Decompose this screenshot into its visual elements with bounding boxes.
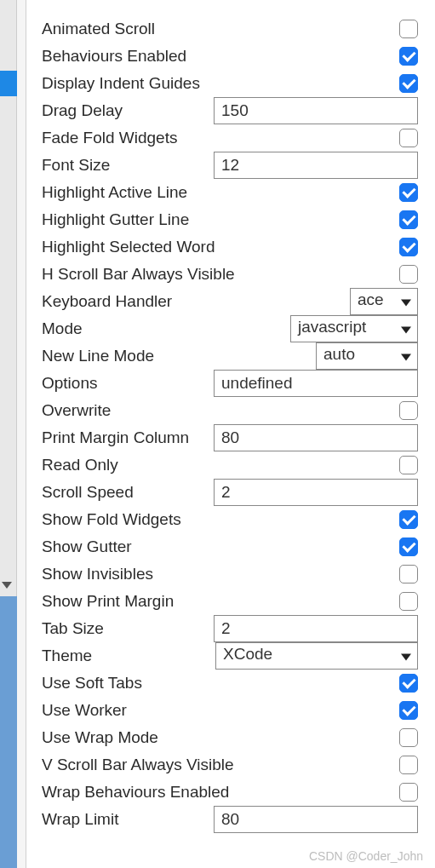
new-line-mode-select[interactable]: auto [316,342,418,370]
setting-row-show-print-margin: Show Print Margin [42,588,418,615]
setting-row-v-scroll-bar-always-visible: V Scroll Bar Always Visible [42,751,418,779]
read-only-checkbox[interactable] [399,456,418,474]
setting-row-use-wrap-mode: Use Wrap Mode [42,724,418,751]
wrap-behaviours-enabled-label: Wrap Behaviours Enabled [42,783,229,802]
setting-row-highlight-gutter-line: Highlight Gutter Line [42,206,418,233]
behaviours-enabled-checkbox[interactable] [399,47,418,66]
setting-row-fade-fold-widgets: Fade Fold Widgets [42,124,418,152]
setting-row-show-fold-widgets: Show Fold Widgets [42,506,418,533]
setting-row-tab-size: Tab Size [42,615,418,642]
setting-row-show-gutter: Show Gutter [42,533,418,560]
gutter-highlight [0,596,17,868]
chevron-down-icon[interactable] [2,582,12,589]
mode-label: Mode [42,319,83,338]
wrap-limit-label: Wrap Limit [42,810,118,829]
drag-delay-label: Drag Delay [42,101,123,120]
highlight-active-line-label: Highlight Active Line [42,183,187,202]
setting-row-theme: ThemeXCode [42,642,418,670]
setting-row-wrap-behaviours-enabled: Wrap Behaviours Enabled [42,779,418,806]
mode-select[interactable]: javascript [290,315,418,342]
highlight-active-line-checkbox[interactable] [399,183,418,202]
setting-row-use-soft-tabs: Use Soft Tabs [42,670,418,697]
use-worker-label: Use Worker [42,701,127,720]
setting-row-use-worker: Use Worker [42,697,418,724]
setting-row-new-line-mode: New Line Modeauto [42,342,418,370]
use-wrap-mode-checkbox[interactable] [399,728,418,747]
use-wrap-mode-label: Use Wrap Mode [42,728,158,747]
setting-row-behaviours-enabled: Behaviours Enabled [42,43,418,70]
setting-row-scroll-speed: Scroll Speed [42,479,418,506]
v-scroll-bar-always-visible-label: V Scroll Bar Always Visible [42,756,234,774]
new-line-mode-label: New Line Mode [42,347,154,365]
behaviours-enabled-label: Behaviours Enabled [42,47,186,66]
display-indent-guides-checkbox[interactable] [399,74,418,93]
font-size-label: Font Size [42,156,110,175]
scroll-speed-label: Scroll Speed [42,483,134,502]
animated-scroll-checkbox[interactable] [399,20,418,38]
theme-label: Theme [42,647,92,665]
highlight-gutter-line-checkbox[interactable] [399,210,418,229]
setting-row-overwrite: Overwrite [42,397,418,424]
options-label: Options [42,374,97,393]
setting-row-font-size: Font Size [42,152,418,179]
print-margin-column-label: Print Margin Column [42,428,189,447]
show-print-margin-label: Show Print Margin [42,592,174,611]
v-scroll-bar-always-visible-checkbox[interactable] [399,756,418,774]
show-gutter-label: Show Gutter [42,537,132,556]
setting-row-mode: Modejavascript [42,315,418,342]
use-soft-tabs-checkbox[interactable] [399,674,418,693]
fade-fold-widgets-label: Fade Fold Widgets [42,129,177,147]
show-fold-widgets-checkbox[interactable] [399,510,418,529]
mode-select-wrap: javascript [290,315,418,342]
overwrite-label: Overwrite [42,401,111,420]
setting-row-highlight-active-line: Highlight Active Line [42,179,418,206]
setting-row-keyboard-handler: Keyboard Handlerace [42,288,418,315]
theme-select-wrap: XCode [215,642,418,670]
tab-size-label: Tab Size [42,619,104,638]
keyboard-handler-label: Keyboard Handler [42,292,172,311]
watermark: CSDN @Coder_John [309,849,423,863]
display-indent-guides-label: Display Indent Guides [42,74,200,93]
animated-scroll-label: Animated Scroll [42,20,155,38]
font-size-input[interactable] [214,152,418,179]
show-gutter-checkbox[interactable] [399,537,418,556]
gutter-marker [0,71,17,96]
print-margin-column-input[interactable] [214,424,418,451]
settings-panel: Animated ScrollBehaviours EnabledDisplay… [26,0,435,868]
theme-select[interactable]: XCode [215,642,418,670]
highlight-gutter-line-label: Highlight Gutter Line [42,210,189,229]
setting-row-read-only: Read Only [42,451,418,479]
read-only-label: Read Only [42,456,118,474]
wrap-behaviours-enabled-checkbox[interactable] [399,783,418,802]
setting-row-drag-delay: Drag Delay [42,97,418,124]
use-soft-tabs-label: Use Soft Tabs [42,674,142,693]
keyboard-handler-select[interactable]: ace [350,288,418,315]
h-scroll-bar-always-visible-checkbox[interactable] [399,265,418,284]
options-input[interactable] [214,370,418,397]
setting-row-print-margin-column: Print Margin Column [42,424,418,451]
setting-row-animated-scroll: Animated Scroll [42,15,418,43]
keyboard-handler-select-wrap: ace [350,288,418,315]
setting-row-show-invisibles: Show Invisibles [42,560,418,588]
setting-row-options: Options [42,370,418,397]
tab-size-input[interactable] [214,615,418,642]
highlight-selected-word-checkbox[interactable] [399,238,418,256]
setting-row-display-indent-guides: Display Indent Guides [42,70,418,97]
show-fold-widgets-label: Show Fold Widgets [42,510,181,529]
h-scroll-bar-always-visible-label: H Scroll Bar Always Visible [42,265,235,284]
overwrite-checkbox[interactable] [399,401,418,420]
scroll-speed-input[interactable] [214,479,418,506]
drag-delay-input[interactable] [214,97,418,124]
show-invisibles-label: Show Invisibles [42,565,153,583]
setting-row-highlight-selected-word: Highlight Selected Word [42,233,418,261]
highlight-selected-word-label: Highlight Selected Word [42,238,215,256]
show-print-margin-checkbox[interactable] [399,592,418,611]
fade-fold-widgets-checkbox[interactable] [399,129,418,147]
wrap-limit-input[interactable] [214,806,418,833]
setting-row-wrap-limit: Wrap Limit [42,806,418,833]
left-gutter [0,0,17,868]
show-invisibles-checkbox[interactable] [399,565,418,583]
new-line-mode-select-wrap: auto [316,342,418,370]
setting-row-h-scroll-bar-always-visible: H Scroll Bar Always Visible [42,261,418,288]
use-worker-checkbox[interactable] [399,701,418,720]
